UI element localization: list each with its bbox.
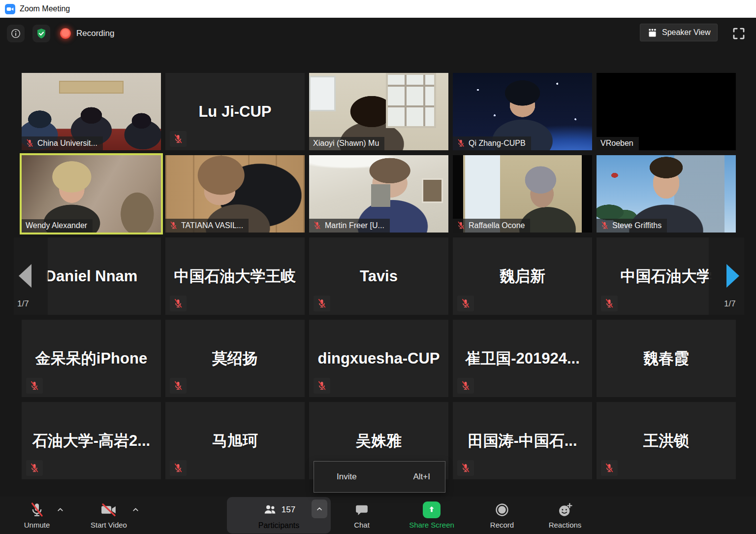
muted-mic-icon	[317, 380, 327, 391]
participants-button[interactable]: 157 Participants	[227, 497, 331, 534]
encryption-status-button[interactable]	[32, 25, 50, 42]
mic-muted-icon	[29, 501, 45, 518]
window-titlebar: Zoom Meeting	[0, 0, 756, 18]
participant-tile[interactable]: 石油大学-高岩2...	[22, 402, 161, 479]
page-indicator: 1/7	[724, 299, 736, 309]
participant-tile[interactable]: 莫绍扬	[165, 320, 305, 397]
window-title: Zoom Meeting	[20, 4, 70, 13]
chat-bubble-icon	[354, 502, 369, 517]
speaker-view-label: Speaker View	[662, 28, 710, 37]
participant-tile[interactable]: 田国涛-中国石...	[453, 402, 592, 479]
participant-tile[interactable]: 马旭珂	[165, 402, 305, 479]
participants-label: Participants	[258, 521, 300, 530]
chat-label: Chat	[354, 521, 370, 529]
muted-mic-icon	[30, 380, 39, 391]
participant-tile[interactable]: 崔卫国-201924...	[453, 320, 592, 397]
muted-mic-chip	[457, 296, 474, 311]
participant-tile[interactable]: 金呆呆的iPhone	[22, 320, 161, 397]
next-page-arrow-icon[interactable]	[726, 264, 739, 288]
participant-tile[interactable]: 王洪锁	[597, 402, 736, 479]
muted-mic-icon	[169, 221, 178, 230]
security-shield-icon	[35, 28, 47, 39]
participant-tile[interactable]: Tavis	[309, 237, 448, 315]
participant-tile[interactable]: 魏启新	[453, 237, 592, 315]
unmute-button[interactable]: Unmute	[7, 497, 66, 534]
muted-mic-icon	[313, 221, 321, 230]
participant-tile[interactable]: 魏春霞	[597, 320, 736, 397]
page-indicator: 1/7	[17, 299, 29, 309]
muted-mic-chip	[457, 378, 474, 394]
info-icon	[10, 28, 21, 39]
zoom-logo-icon	[5, 4, 15, 14]
record-icon	[494, 502, 510, 518]
invite-shortcut: Alt+I	[413, 472, 431, 482]
participant-name-label: TATIANA VASIL...	[165, 219, 249, 233]
reactions-smiley-icon	[557, 502, 573, 518]
participant-tile[interactable]: Steve Griffiths	[597, 155, 736, 233]
participants-options-caret[interactable]	[312, 500, 327, 518]
participant-name-label: VRoeben	[597, 137, 639, 150]
gallery-prev-page[interactable]: 1/7	[14, 237, 48, 315]
gallery-next-page[interactable]: 1/7	[709, 237, 744, 315]
participant-name-label: Raffaella Ocone	[453, 219, 530, 233]
unmute-label: Unmute	[24, 521, 50, 529]
record-label: Record	[490, 521, 514, 529]
muted-mic-icon	[173, 298, 183, 309]
reactions-label: Reactions	[549, 521, 582, 529]
muted-mic-icon	[173, 380, 183, 391]
start-video-label: Start Video	[91, 521, 127, 529]
fullscreen-icon[interactable]	[731, 26, 746, 41]
participant-name-label: Xiaoyi (Shawn) Mu	[309, 137, 384, 150]
participant-name-label: Martin Freer [U...	[309, 219, 390, 233]
participant-tile[interactable]: China Universit...	[22, 73, 161, 150]
chat-button[interactable]: Chat	[337, 497, 386, 534]
participant-tile[interactable]: Wendy Alexander	[22, 155, 161, 233]
muted-mic-icon	[461, 463, 471, 473]
muted-mic-chip	[26, 460, 43, 476]
audio-options-caret[interactable]	[56, 505, 64, 514]
muted-mic-chip	[601, 296, 618, 311]
participants-icon	[262, 503, 278, 517]
speaker-view-icon	[647, 28, 658, 38]
participant-name-label: Qi Zhang-CUPB	[453, 136, 531, 150]
participant-tile[interactable]: Xiaoyi (Shawn) Mu	[309, 73, 448, 150]
muted-mic-icon	[604, 298, 614, 309]
share-screen-icon	[423, 501, 441, 518]
participant-name: 魏春霞	[597, 320, 736, 397]
participant-tile[interactable]: dingxuesha-CUP	[309, 320, 448, 397]
video-options-caret[interactable]	[131, 505, 140, 514]
meeting-info-button[interactable]	[7, 25, 25, 42]
muted-mic-icon	[461, 380, 471, 391]
start-video-button[interactable]: Start Video	[77, 497, 141, 534]
muted-mic-chip	[314, 296, 330, 311]
participant-name-label: China Universit...	[22, 136, 103, 150]
participant-tile[interactable]: VRoeben	[597, 73, 736, 150]
invite-label: Invite	[337, 472, 357, 482]
reactions-button[interactable]: Reactions	[536, 497, 595, 534]
muted-mic-chip	[170, 296, 187, 311]
muted-mic-chip	[601, 460, 618, 476]
share-screen-button[interactable]: Share Screen	[397, 497, 466, 534]
muted-mic-icon	[457, 138, 465, 148]
prev-page-arrow-icon[interactable]	[19, 264, 32, 288]
participant-tile[interactable]: 中国石油大学王岐	[165, 237, 305, 315]
muted-mic-chip	[170, 131, 187, 147]
muted-mic-chip	[170, 460, 187, 476]
participant-name-label: Wendy Alexander	[22, 219, 93, 233]
muted-mic-chip	[170, 378, 187, 394]
muted-mic-icon	[461, 298, 471, 309]
participant-tile[interactable]: TATIANA VASIL...	[165, 155, 305, 233]
invite-menu-item[interactable]: Invite Alt+I	[314, 461, 445, 493]
muted-mic-chip	[457, 460, 474, 476]
participants-count: 157	[282, 505, 295, 515]
record-button[interactable]: Record	[477, 497, 527, 534]
participant-tile[interactable]: Raffaella Ocone	[453, 155, 592, 233]
speaker-view-button[interactable]: Speaker View	[640, 24, 718, 41]
muted-mic-icon	[30, 463, 39, 473]
share-screen-label: Share Screen	[409, 521, 454, 529]
participant-tile[interactable]: Qi Zhang-CUPB	[453, 73, 592, 150]
gallery-grid: China Universit...Lu Ji-CUP Xiaoyi (Shaw…	[22, 73, 736, 479]
participant-tile[interactable]: Lu Ji-CUP	[165, 73, 305, 150]
muted-mic-chip	[26, 378, 43, 394]
participant-tile[interactable]: Martin Freer [U...	[309, 155, 448, 233]
